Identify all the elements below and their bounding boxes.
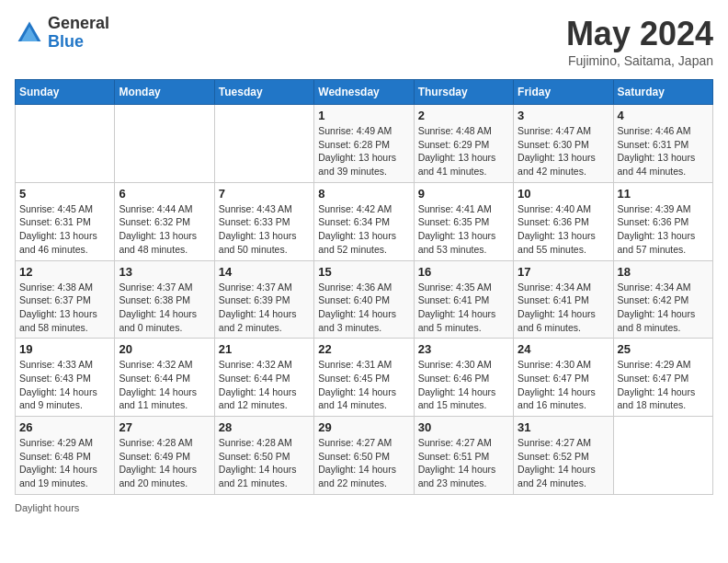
day-info: Sunrise: 4:44 AM Sunset: 6:32 PM Dayligh…: [119, 202, 210, 257]
day-of-week-header: Friday: [514, 80, 613, 105]
month-title: May 2024: [566, 15, 713, 53]
location-text: Fujimino, Saitama, Japan: [566, 53, 713, 68]
day-info: Sunrise: 4:34 AM Sunset: 6:42 PM Dayligh…: [618, 281, 709, 335]
day-info: Sunrise: 4:38 AM Sunset: 6:37 PM Dayligh…: [19, 281, 110, 335]
calendar-cell: 5Sunrise: 4:45 AM Sunset: 6:31 PM Daylig…: [16, 182, 115, 260]
day-info: Sunrise: 4:35 AM Sunset: 6:41 PM Dayligh…: [418, 281, 509, 335]
calendar-cell: 8Sunrise: 4:42 AM Sunset: 6:34 PM Daylig…: [314, 182, 414, 260]
calendar-cell: 25Sunrise: 4:29 AM Sunset: 6:47 PM Dayli…: [613, 339, 712, 417]
day-info: Sunrise: 4:37 AM Sunset: 6:38 PM Dayligh…: [119, 281, 210, 335]
day-number: 8: [318, 187, 409, 201]
day-number: 15: [318, 265, 409, 279]
calendar-cell: 27Sunrise: 4:28 AM Sunset: 6:49 PM Dayli…: [115, 417, 214, 495]
calendar-cell: 29Sunrise: 4:27 AM Sunset: 6:50 PM Dayli…: [314, 417, 414, 495]
day-number: 26: [19, 420, 110, 434]
calendar-cell: [115, 105, 214, 183]
day-number: 28: [219, 420, 310, 434]
day-number: 7: [219, 187, 310, 201]
day-of-week-header: Tuesday: [214, 80, 313, 105]
calendar-cell: 30Sunrise: 4:27 AM Sunset: 6:51 PM Dayli…: [414, 417, 513, 495]
day-info: Sunrise: 4:43 AM Sunset: 6:33 PM Dayligh…: [219, 202, 310, 257]
day-of-week-header: Monday: [115, 80, 214, 105]
calendar-cell: 20Sunrise: 4:32 AM Sunset: 6:44 PM Dayli…: [115, 339, 214, 417]
calendar-cell: 28Sunrise: 4:28 AM Sunset: 6:50 PM Dayli…: [214, 417, 313, 495]
day-number: 13: [119, 265, 210, 279]
day-number: 31: [518, 420, 609, 434]
day-info: Sunrise: 4:30 AM Sunset: 6:46 PM Dayligh…: [418, 358, 509, 412]
day-info: Sunrise: 4:33 AM Sunset: 6:43 PM Dayligh…: [19, 358, 110, 412]
day-number: 21: [219, 342, 310, 356]
day-number: 18: [618, 265, 709, 279]
day-number: 23: [418, 342, 509, 356]
day-info: Sunrise: 4:28 AM Sunset: 6:50 PM Dayligh…: [219, 436, 310, 490]
calendar-week-row: 26Sunrise: 4:29 AM Sunset: 6:48 PM Dayli…: [16, 417, 713, 495]
calendar-cell: 22Sunrise: 4:31 AM Sunset: 6:45 PM Dayli…: [314, 339, 414, 417]
day-number: 12: [19, 265, 110, 279]
day-info: Sunrise: 4:45 AM Sunset: 6:31 PM Dayligh…: [19, 202, 110, 257]
calendar-cell: 17Sunrise: 4:34 AM Sunset: 6:41 PM Dayli…: [514, 260, 613, 339]
calendar-cell: 11Sunrise: 4:39 AM Sunset: 6:36 PM Dayli…: [613, 182, 712, 260]
calendar-week-row: 19Sunrise: 4:33 AM Sunset: 6:43 PM Dayli…: [16, 339, 713, 417]
day-info: Sunrise: 4:34 AM Sunset: 6:41 PM Dayligh…: [518, 281, 609, 335]
calendar-cell: 15Sunrise: 4:36 AM Sunset: 6:40 PM Dayli…: [314, 260, 414, 339]
calendar-cell: 3Sunrise: 4:47 AM Sunset: 6:30 PM Daylig…: [514, 105, 613, 183]
calendar-cell: 1Sunrise: 4:49 AM Sunset: 6:28 PM Daylig…: [314, 105, 414, 183]
day-of-week-header: Sunday: [16, 80, 115, 105]
logo-general-text: General: [48, 14, 109, 32]
day-number: 6: [119, 187, 210, 201]
day-number: 1: [318, 109, 409, 122]
calendar-cell: 31Sunrise: 4:27 AM Sunset: 6:52 PM Dayli…: [514, 417, 613, 495]
calendar-week-row: 1Sunrise: 4:49 AM Sunset: 6:28 PM Daylig…: [16, 105, 713, 183]
day-number: 9: [418, 187, 509, 201]
day-number: 11: [618, 187, 709, 201]
day-number: 17: [518, 265, 609, 279]
day-number: 5: [19, 187, 110, 201]
day-number: 19: [19, 342, 110, 356]
calendar-cell: 26Sunrise: 4:29 AM Sunset: 6:48 PM Dayli…: [16, 417, 115, 495]
day-info: Sunrise: 4:49 AM Sunset: 6:28 PM Dayligh…: [318, 124, 409, 178]
day-info: Sunrise: 4:36 AM Sunset: 6:40 PM Dayligh…: [318, 281, 409, 335]
day-info: Sunrise: 4:27 AM Sunset: 6:51 PM Dayligh…: [418, 436, 509, 490]
day-info: Sunrise: 4:32 AM Sunset: 6:44 PM Dayligh…: [119, 358, 210, 412]
calendar-cell: 18Sunrise: 4:34 AM Sunset: 6:42 PM Dayli…: [613, 260, 712, 339]
logo-text: General Blue: [48, 15, 109, 52]
calendar-cell: 2Sunrise: 4:48 AM Sunset: 6:29 PM Daylig…: [414, 105, 513, 183]
calendar-cell: 14Sunrise: 4:37 AM Sunset: 6:39 PM Dayli…: [214, 260, 313, 339]
day-number: 4: [618, 109, 709, 122]
day-number: 24: [518, 342, 609, 356]
calendar-cell: 23Sunrise: 4:30 AM Sunset: 6:46 PM Dayli…: [414, 339, 513, 417]
day-number: 16: [418, 265, 509, 279]
day-info: Sunrise: 4:48 AM Sunset: 6:29 PM Dayligh…: [418, 124, 509, 178]
day-info: Sunrise: 4:47 AM Sunset: 6:30 PM Dayligh…: [518, 124, 609, 178]
calendar-header-row: SundayMondayTuesdayWednesdayThursdayFrid…: [16, 80, 713, 105]
day-info: Sunrise: 4:28 AM Sunset: 6:49 PM Dayligh…: [119, 436, 210, 490]
day-number: 10: [518, 187, 609, 201]
title-block: May 2024 Fujimino, Saitama, Japan: [566, 15, 713, 68]
day-of-week-header: Wednesday: [314, 80, 414, 105]
calendar-cell: 4Sunrise: 4:46 AM Sunset: 6:31 PM Daylig…: [613, 105, 712, 183]
calendar-cell: 13Sunrise: 4:37 AM Sunset: 6:38 PM Dayli…: [115, 260, 214, 339]
day-number: 2: [418, 109, 509, 122]
day-info: Sunrise: 4:27 AM Sunset: 6:52 PM Dayligh…: [518, 436, 609, 490]
calendar-cell: 21Sunrise: 4:32 AM Sunset: 6:44 PM Dayli…: [214, 339, 313, 417]
day-of-week-header: Thursday: [414, 80, 513, 105]
day-number: 20: [119, 342, 210, 356]
calendar-cell: [214, 105, 313, 183]
day-info: Sunrise: 4:39 AM Sunset: 6:36 PM Dayligh…: [618, 202, 709, 257]
day-info: Sunrise: 4:46 AM Sunset: 6:31 PM Dayligh…: [618, 124, 709, 178]
daylight-label: Daylight hours: [15, 502, 79, 513]
day-number: 14: [219, 265, 310, 279]
day-info: Sunrise: 4:30 AM Sunset: 6:47 PM Dayligh…: [518, 358, 609, 412]
calendar-cell: 16Sunrise: 4:35 AM Sunset: 6:41 PM Dayli…: [414, 260, 513, 339]
calendar-week-row: 12Sunrise: 4:38 AM Sunset: 6:37 PM Dayli…: [16, 260, 713, 339]
calendar-cell: 12Sunrise: 4:38 AM Sunset: 6:37 PM Dayli…: [16, 260, 115, 339]
day-info: Sunrise: 4:41 AM Sunset: 6:35 PM Dayligh…: [418, 202, 509, 257]
logo-blue-text: Blue: [48, 32, 84, 51]
page-header: General Blue May 2024 Fujimino, Saitama,…: [15, 15, 713, 68]
logo-icon: [15, 18, 44, 48]
day-number: 3: [518, 109, 609, 122]
calendar-cell: [16, 105, 115, 183]
calendar-cell: 19Sunrise: 4:33 AM Sunset: 6:43 PM Dayli…: [16, 339, 115, 417]
day-info: Sunrise: 4:29 AM Sunset: 6:48 PM Dayligh…: [19, 436, 110, 490]
day-info: Sunrise: 4:31 AM Sunset: 6:45 PM Dayligh…: [318, 358, 409, 412]
